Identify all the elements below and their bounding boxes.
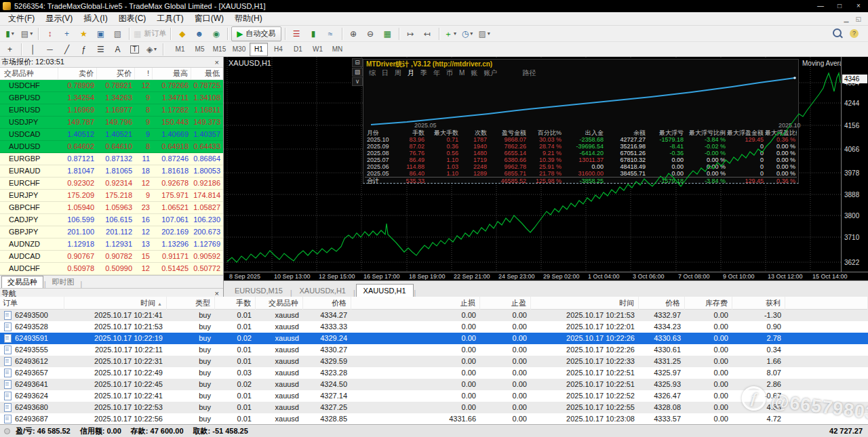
zoom-out-button[interactable]: ⊖ (363, 26, 378, 41)
column-header[interactable]: 获利 (732, 297, 785, 310)
market-watch-row[interactable]: CADJPY106.599106.61516107.061106.230 (0, 214, 223, 226)
crosshair-button[interactable]: + (2, 42, 18, 57)
time-axis[interactable]: 8 Sep 202510 Sep 13:0012 Sep 15:0016 Sep… (224, 272, 868, 280)
text-button[interactable]: A (110, 42, 125, 57)
horizontal-line-button[interactable]: ─ (42, 42, 58, 57)
column-header[interactable]: 时间▲ (64, 297, 167, 310)
scroll-down-icon[interactable]: ∨ (352, 77, 363, 86)
strategy-tester-button[interactable]: ▧ (110, 26, 125, 41)
chart-tab-XAUUSD,H1[interactable]: XAUUSD,H1 (356, 284, 414, 297)
column-header[interactable]: 价格 (639, 297, 685, 310)
tab-即时图[interactable]: 即时图 (47, 276, 80, 288)
timeframe-h1[interactable]: H1 (250, 43, 268, 56)
child-minimize-button[interactable]: ▁ (844, 16, 849, 22)
menu-item[interactable]: 图表(C) (113, 12, 152, 25)
column-header[interactable]: 时间 (531, 297, 639, 310)
column-header[interactable]: 手数 (215, 297, 256, 310)
timeframe-m5[interactable]: M5 (191, 43, 209, 56)
order-row[interactable]: 624936242025.10.17 10:22:41buy0.01xauusd… (0, 390, 868, 402)
tile-windows-button[interactable]: ▦ (380, 26, 395, 41)
menu-item[interactable]: 工具(T) (151, 12, 189, 25)
mtdriver-tab-M[interactable]: M (459, 69, 465, 77)
fibonacci-button[interactable]: ƒ (76, 42, 92, 57)
market-watch-row[interactable]: EURUSD1.169691.1697781.172821.16811 (0, 104, 223, 117)
column-header[interactable]: 最低 (191, 68, 223, 79)
market-watch-row[interactable]: USDJPY149.787149.7969150.443149.373 (0, 117, 223, 129)
periods-list-button[interactable]: ◷▾ (460, 26, 475, 41)
column-header[interactable]: ! (135, 68, 153, 79)
mtdriver-tab-币[interactable]: 币 (446, 68, 453, 78)
options-experts-button[interactable]: ☻ (191, 26, 207, 41)
autotrading-button[interactable]: ▶自动交易 (231, 26, 281, 41)
indicators-list-button[interactable]: ＋▾ (443, 26, 458, 41)
minimized-window-icon[interactable]: ⊟ (352, 58, 363, 67)
market-watch-row[interactable]: GBPCHF1.059401.05963231.065211.05827 (0, 202, 223, 214)
menu-item[interactable]: 文件(F) (3, 12, 40, 25)
menu-item[interactable]: 插入(I) (78, 12, 113, 25)
chart-window[interactable]: XAUUSD,H1 Moving Average ☺ ⊟▨∨ MTDriver统… (224, 57, 868, 297)
mtdriver-tab-季[interactable]: 季 (420, 68, 427, 78)
order-row[interactable]: 624935282025.10.17 10:21:53buy0.01xauusd… (0, 321, 868, 333)
mtdriver-tab-路径[interactable]: 路径 (522, 68, 536, 78)
mtdriver-tab-账[interactable]: 账 (471, 68, 477, 78)
timeframe-m1[interactable]: M1 (171, 43, 189, 56)
templates-button[interactable]: ▨▾ (477, 26, 492, 41)
timeframe-mn[interactable]: MN (328, 43, 347, 56)
new-order-button[interactable]: ▦新订单 (133, 26, 167, 41)
help-icon[interactable]: ? (850, 29, 859, 38)
market-watch-row[interactable]: AUDUSD0.646020.6461080.649180.64433 (0, 141, 223, 153)
column-header[interactable]: 最高 (153, 68, 191, 79)
mtdriver-tab-综[interactable]: 综 (369, 68, 376, 78)
column-header[interactable]: 买价 (97, 68, 135, 79)
order-row[interactable]: 624936572025.10.17 10:22:49buy0.03xauusd… (0, 367, 868, 379)
column-header[interactable]: 卖价 (58, 68, 97, 79)
child-restore-button[interactable]: ◱ (855, 16, 861, 22)
column-header[interactable]: 止损 (351, 297, 480, 310)
chart-tab-XAUUSDx,H1[interactable]: XAUUSDx,H1 (293, 285, 353, 297)
metaeditor-button[interactable]: ◆ (174, 26, 190, 41)
minimize-button[interactable]: — (811, 0, 830, 12)
timeframe-w1[interactable]: W1 (309, 43, 327, 56)
column-header[interactable]: 类型 (167, 297, 215, 310)
market-watch-row[interactable]: AUDCAD0.907670.90782150.911710.90592 (0, 251, 223, 263)
column-header[interactable]: 库存费 (685, 297, 732, 310)
close-icon[interactable]: × (215, 289, 223, 297)
tab-交易品种[interactable]: 交易品种 (1, 276, 43, 288)
candlestick-chart-button[interactable]: ▮ (306, 26, 321, 41)
close-button[interactable]: × (849, 0, 868, 12)
column-header[interactable]: 交易品种 (256, 297, 303, 310)
channel-button[interactable]: ☰ (93, 42, 108, 57)
market-watch-row[interactable]: USDCAD1.405121.4052191.406691.40357 (0, 129, 223, 141)
market-watch-row[interactable]: GBPJPY201.100201.11212202.169200.673 (0, 226, 223, 238)
market-watch-row[interactable]: EURGBP0.871210.87132110.872460.86864 (0, 153, 223, 165)
data-window-button[interactable]: + (59, 26, 75, 41)
order-row[interactable]: 624936122025.10.17 10:22:31buy0.01xauusd… (0, 356, 868, 367)
navigator-toggle-button[interactable]: ★ (76, 26, 92, 41)
maximize-button[interactable]: □ (830, 0, 849, 12)
timeframe-d1[interactable]: D1 (289, 43, 307, 56)
market-watch-row[interactable]: EURCHF0.923020.92314120.926780.92186 (0, 178, 223, 190)
timeframe-h4[interactable]: H4 (269, 43, 288, 56)
column-header[interactable]: 价格 (303, 297, 351, 310)
price-axis[interactable]: 4346 43344244415640663978388838003710362… (841, 57, 868, 272)
text-label-button[interactable]: T (127, 42, 142, 57)
line-chart-button[interactable]: ≈ (323, 26, 338, 41)
restore-window-icon[interactable]: ▨ (352, 68, 363, 77)
timeframe-m30[interactable]: M30 (230, 43, 248, 56)
news-button[interactable]: ◉ (208, 26, 224, 41)
profiles-button[interactable]: ▤▾ (19, 26, 35, 41)
order-row[interactable]: 624935552025.10.17 10:22:11buy0.01xauusd… (0, 344, 868, 356)
order-row[interactable]: 624935002025.10.17 10:21:41buy0.01xauusd… (0, 310, 868, 321)
auto-scroll-button[interactable]: ↦ (403, 26, 418, 41)
market-watch-toggle-button[interactable]: ↕ (42, 26, 58, 41)
market-watch-row[interactable]: EURJPY175.209175.2189175.971174.814 (0, 190, 223, 202)
order-row[interactable]: 624936412025.10.17 10:22:45buy0.02xauusd… (0, 379, 868, 390)
menu-item[interactable]: 显示(V) (40, 12, 78, 25)
terminal-toggle-button[interactable]: ▣ (93, 26, 108, 41)
menu-item[interactable]: 帮助(H) (229, 12, 268, 25)
order-row[interactable]: 624935912025.10.17 10:22:19buy0.02xauusd… (0, 333, 868, 344)
mtdriver-tab-日[interactable]: 日 (382, 68, 389, 78)
chart-shift-button[interactable]: ↤ (420, 26, 435, 41)
menu-item[interactable]: 窗口(W) (189, 12, 229, 25)
search-button[interactable] (833, 28, 842, 39)
